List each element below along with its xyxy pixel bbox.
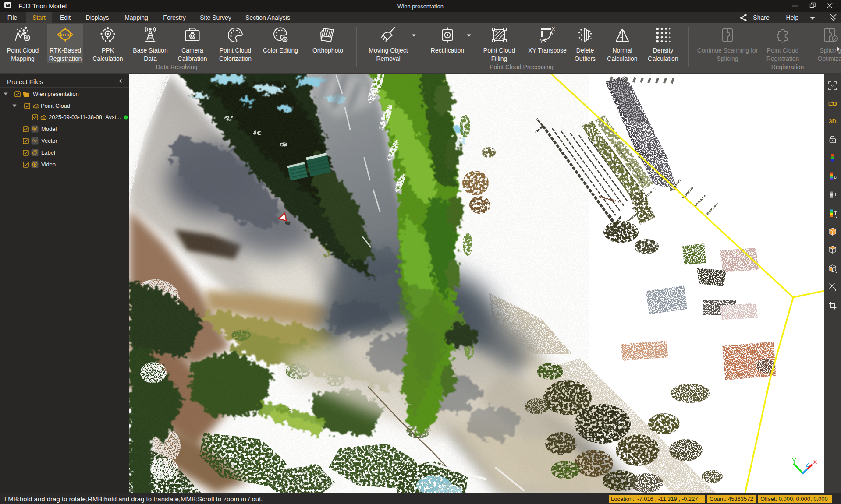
svg-text:B: B: [834, 175, 837, 180]
svg-text:3D: 3D: [829, 118, 837, 125]
svg-text:RTK: RTK: [61, 32, 70, 37]
svg-text:Z: Z: [806, 462, 809, 468]
svg-text:Y: Y: [540, 39, 543, 44]
svg-text:I: I: [835, 192, 836, 197]
svg-text:Y: Y: [792, 457, 796, 464]
svg-text:X: X: [552, 26, 555, 32]
svg-text:T: T: [834, 211, 837, 216]
svg-text:X: X: [813, 458, 817, 465]
